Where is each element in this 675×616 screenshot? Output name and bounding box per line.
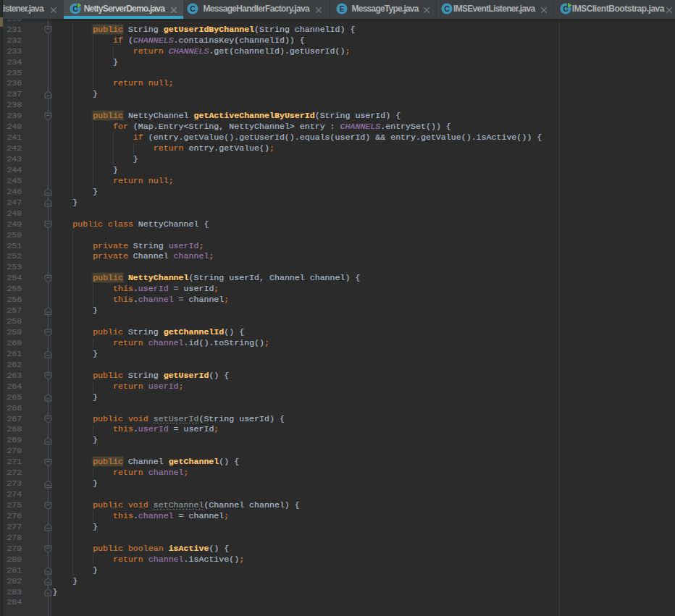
svg-text:E: E: [339, 4, 344, 13]
svg-text:C: C: [190, 4, 196, 13]
svg-text:C: C: [444, 4, 450, 13]
